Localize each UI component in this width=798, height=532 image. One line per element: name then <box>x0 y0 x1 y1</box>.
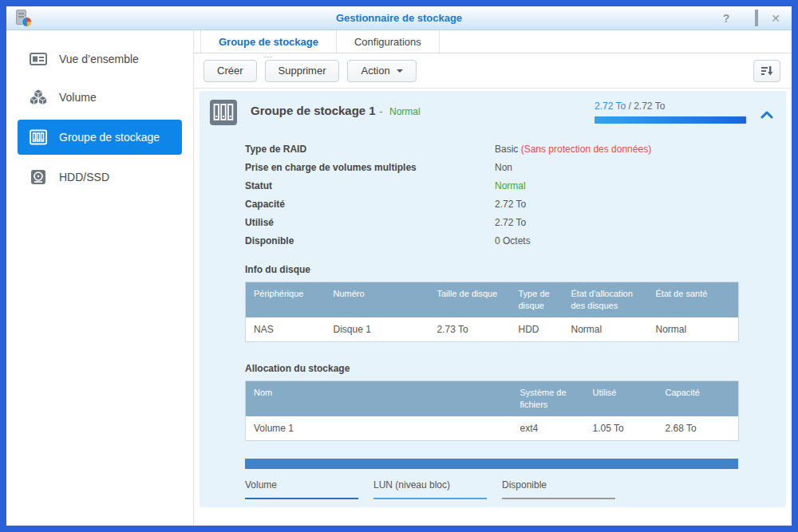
cell-disk-type: HDD <box>511 317 563 342</box>
legend-label: LUN (niveau bloc) <box>373 479 487 498</box>
cell-used: 1.05 To <box>585 416 658 441</box>
action-dropdown-button[interactable]: Action <box>347 60 416 82</box>
detail-row-available: Disponible 0 Octets <box>245 232 738 250</box>
hdd-icon <box>29 167 48 187</box>
col-used: Utilisé <box>585 381 658 417</box>
detail-value: Non <box>495 159 512 177</box>
chevron-down-icon <box>397 69 403 73</box>
delete-button[interactable]: Supprimer <box>265 60 340 82</box>
detail-label: Capacité <box>245 195 495 214</box>
legend-label: Disponible <box>502 479 615 498</box>
titlebar: Gestionnaire de stockage ? ✕ <box>6 6 792 30</box>
sort-descending-icon <box>760 65 773 77</box>
cell-capacity: 2.68 To <box>658 416 739 441</box>
detail-warning: (Sans protection des données) <box>521 144 651 155</box>
col-filesystem: Système de fichiers <box>512 381 585 417</box>
cell-filesystem: ext4 <box>512 416 585 441</box>
help-icon[interactable]: ? <box>723 13 730 24</box>
volume-cubes-icon <box>29 88 48 107</box>
detail-value: 2.72 To <box>495 214 526 232</box>
storage-pool-panel: Groupe de stockage 1 - Normal 2.72 To / … <box>200 91 786 507</box>
legend-volume: Volume 2.7To <box>245 479 358 507</box>
detail-row-status: Statut Normal <box>245 177 738 195</box>
toolbar: Créer Supprimer Action <box>194 53 792 89</box>
legend-available: Disponible 0Octets <box>502 479 615 507</box>
usage-used: 2.72 To <box>595 100 626 112</box>
sidebar-item-overview[interactable]: Vue d’ensemble <box>18 43 182 75</box>
detail-row-used: Utilisé 2.72 To <box>245 214 738 232</box>
sidebar: Vue d’ensemble Volume <box>6 30 194 526</box>
detail-label: Prise en charge de volumes multiples <box>245 159 495 177</box>
tab-bar: Groupe de stockage Configurations <box>194 30 792 53</box>
legend-label: Volume <box>245 479 358 498</box>
overview-icon <box>29 49 48 69</box>
sidebar-item-storage-pool[interactable]: Groupe de stockage <box>18 120 182 155</box>
detail-value: Basic <box>495 144 518 155</box>
pool-details: Type de RAID Basic (Sans protection des … <box>245 140 738 250</box>
usage-divider: / <box>626 100 634 112</box>
col-health-status: État de santé <box>648 282 739 318</box>
cell-name: Volume 1 <box>246 416 512 441</box>
detail-label: Type de RAID <box>245 140 495 159</box>
cell-device: NAS <box>246 317 326 342</box>
action-label: Action <box>361 65 389 77</box>
allocation-title: Allocation du stockage <box>245 363 738 374</box>
storage-manager-window: Gestionnaire de stockage ? ✕ Vue d’ensem <box>0 0 798 532</box>
legend-lun: LUN (niveau bloc) 0Octets <box>373 479 487 507</box>
storage-pool-icon <box>29 128 48 147</box>
pool-header: Groupe de stockage 1 - Normal 2.72 To / … <box>209 97 775 126</box>
col-name: Nom <box>246 381 512 417</box>
disk-array-icon <box>209 99 238 126</box>
allocation-legend: Volume 2.7To LUN (niveau bloc) 0Octets D… <box>245 479 738 507</box>
detail-label: Utilisé <box>245 214 495 232</box>
detail-value: 0 Octets <box>495 232 531 250</box>
create-button[interactable]: Créer <box>203 60 257 82</box>
col-device: Périphérique <box>246 282 326 318</box>
pool-status-badge: Normal <box>389 106 421 117</box>
allocation-total-bar <box>245 459 738 469</box>
usage-progressbar <box>595 116 746 124</box>
col-number: Numéro <box>326 282 429 318</box>
detail-value: 2.72 To <box>495 195 526 214</box>
sidebar-item-label: HDD/SSD <box>59 171 109 183</box>
col-disk-type: Type de disque <box>511 282 563 318</box>
sidebar-item-volume[interactable]: Volume <box>18 81 182 113</box>
sidebar-item-label: Vue d’ensemble <box>59 53 139 65</box>
window-title: Gestionnaire de stockage <box>6 12 792 24</box>
col-capacity: Capacité <box>658 381 739 417</box>
pool-title-separator: - <box>379 105 382 117</box>
col-allocation-status: État d'allocation des disques <box>563 282 648 318</box>
cell-health-status: Normal <box>648 317 739 342</box>
sort-button[interactable] <box>753 60 780 82</box>
cell-allocation-status: Normal <box>563 317 648 342</box>
maximize-icon[interactable] <box>755 13 758 24</box>
detail-value: Normal <box>495 177 526 195</box>
detail-row-raid-type: Type de RAID Basic (Sans protection des … <box>245 140 738 159</box>
disk-info-row[interactable]: NAS Disque 1 2.73 To HDD Normal Normal <box>246 317 739 342</box>
detail-label: Disponible <box>245 232 495 250</box>
usage-total: 2.72 To <box>634 100 665 112</box>
col-disk-size: Taille de disque <box>429 282 511 318</box>
pool-title: Groupe de stockage 1 <box>251 104 376 117</box>
storage-manager-logo-icon <box>14 10 32 27</box>
pool-usage: 2.72 To / 2.72 To <box>595 100 746 124</box>
sidebar-item-label: Volume <box>59 91 97 104</box>
cell-number: Disque 1 <box>326 317 429 342</box>
detail-row-multi-volume: Prise en charge de volumes multiples Non <box>245 159 738 177</box>
detail-row-capacity: Capacité 2.72 To <box>245 195 738 214</box>
allocation-table: Nom Système de fichiers Utilisé Capacité… <box>245 380 739 441</box>
allocation-row[interactable]: Volume 1 ext4 1.05 To 2.68 To <box>246 416 739 441</box>
sidebar-item-label: Groupe de stockage <box>59 131 160 144</box>
disk-info-title: Info du disque <box>245 264 738 275</box>
cell-disk-size: 2.73 To <box>429 317 511 342</box>
collapse-chevron-up-icon[interactable] <box>760 108 775 120</box>
tab-configurations[interactable]: Configurations <box>337 30 440 53</box>
sidebar-item-hdd-ssd[interactable]: HDD/SSD <box>18 161 182 193</box>
disk-info-table: Périphérique Numéro Taille de disque Typ… <box>245 282 739 342</box>
close-icon[interactable]: ✕ <box>771 13 780 24</box>
tab-storage-pool[interactable]: Groupe de stockage <box>200 30 337 53</box>
detail-label: Statut <box>245 177 495 195</box>
